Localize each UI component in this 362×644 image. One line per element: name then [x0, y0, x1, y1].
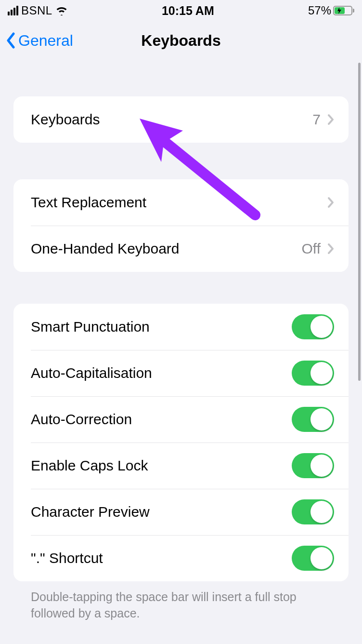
row-keyboards-value: 7: [312, 111, 321, 128]
scroll-indicator[interactable]: [358, 63, 361, 381]
row-auto-capitalisation[interactable]: Auto-Capitalisation: [13, 350, 349, 396]
row-character-preview[interactable]: Character Preview: [13, 489, 349, 535]
toggle-character-preview[interactable]: [292, 499, 334, 524]
row-dot-shortcut[interactable]: "." Shortcut: [13, 535, 349, 581]
battery-percent: 57%: [308, 4, 331, 17]
row-one-handed-keyboard[interactable]: One-Handed Keyboard Off: [13, 226, 349, 272]
row-keyboards-label: Keyboards: [31, 111, 312, 128]
settings-group-text: Text Replacement One-Handed Keyboard Off: [13, 179, 349, 272]
status-time: 10:15 AM: [162, 4, 214, 18]
row-smart-punctuation-label: Smart Punctuation: [31, 319, 292, 335]
cellular-signal-icon: [8, 6, 18, 15]
toggle-smart-punctuation[interactable]: [292, 314, 334, 339]
row-auto-correction[interactable]: Auto-Correction: [13, 396, 349, 443]
back-label: General: [18, 32, 73, 50]
chevron-right-icon: [327, 114, 334, 125]
row-text-replacement-label: Text Replacement: [31, 194, 327, 211]
row-text-replacement[interactable]: Text Replacement: [13, 179, 349, 226]
row-one-handed-value: Off: [302, 241, 321, 257]
row-enable-caps-lock-label: Enable Caps Lock: [31, 457, 292, 474]
row-enable-caps-lock[interactable]: Enable Caps Lock: [13, 443, 349, 489]
chevron-right-icon: [327, 197, 334, 208]
toggle-auto-capitalisation[interactable]: [292, 361, 334, 386]
toggle-dot-shortcut[interactable]: [292, 546, 334, 571]
row-smart-punctuation[interactable]: Smart Punctuation: [13, 304, 349, 350]
row-keyboards[interactable]: Keyboards 7: [13, 96, 349, 143]
row-one-handed-label: One-Handed Keyboard: [31, 241, 302, 257]
toggle-auto-correction[interactable]: [292, 407, 334, 432]
status-bar: BSNL 10:15 AM 57%: [0, 0, 362, 21]
status-left: BSNL: [8, 4, 68, 17]
chevron-right-icon: [327, 243, 334, 255]
row-dot-shortcut-label: "." Shortcut: [31, 550, 292, 566]
wifi-icon: [55, 6, 68, 15]
nav-bar: General Keyboards: [0, 21, 362, 60]
settings-group-keyboards: Keyboards 7: [13, 96, 349, 143]
row-auto-capitalisation-label: Auto-Capitalisation: [31, 365, 292, 381]
row-character-preview-label: Character Preview: [31, 504, 292, 520]
footer-note: Double-tapping the space bar will insert…: [13, 581, 349, 622]
battery-icon: [333, 6, 354, 15]
row-auto-correction-label: Auto-Correction: [31, 411, 292, 428]
settings-group-toggles: Smart Punctuation Auto-Capitalisation Au…: [13, 304, 349, 581]
back-button[interactable]: General: [6, 32, 73, 50]
toggle-enable-caps-lock[interactable]: [292, 453, 334, 478]
carrier-label: BSNL: [21, 4, 52, 17]
chevron-left-icon: [6, 32, 15, 49]
status-right: 57%: [308, 4, 354, 17]
